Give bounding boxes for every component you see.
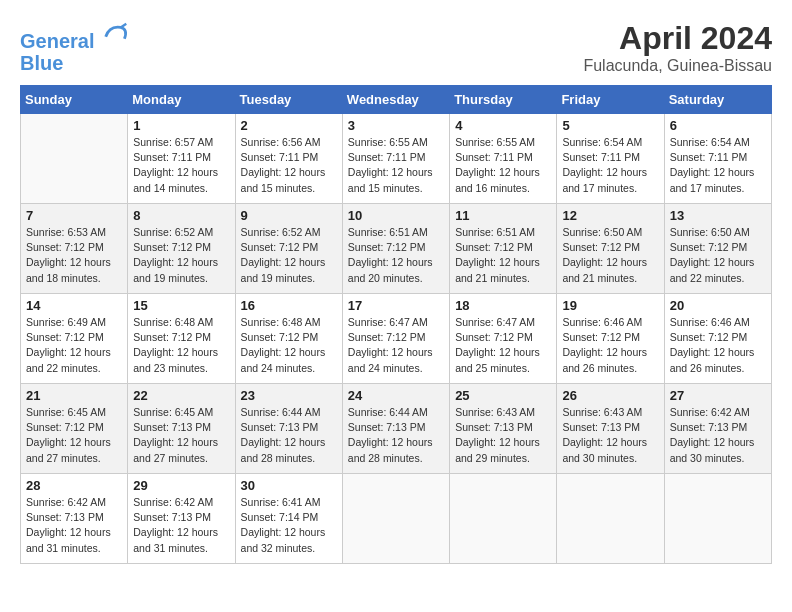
calendar-cell: 15Sunrise: 6:48 AMSunset: 7:12 PMDayligh…	[128, 294, 235, 384]
day-number: 23	[241, 388, 337, 403]
day-info: Sunrise: 6:55 AMSunset: 7:11 PMDaylight:…	[348, 135, 444, 196]
calendar-cell: 3Sunrise: 6:55 AMSunset: 7:11 PMDaylight…	[342, 114, 449, 204]
col-header-sunday: Sunday	[21, 86, 128, 114]
day-number: 3	[348, 118, 444, 133]
day-number: 2	[241, 118, 337, 133]
day-number: 8	[133, 208, 229, 223]
month-title: April 2024	[583, 20, 772, 57]
calendar-cell: 22Sunrise: 6:45 AMSunset: 7:13 PMDayligh…	[128, 384, 235, 474]
day-number: 20	[670, 298, 766, 313]
calendar-cell: 25Sunrise: 6:43 AMSunset: 7:13 PMDayligh…	[450, 384, 557, 474]
logo: General Blue	[20, 20, 130, 74]
day-info: Sunrise: 6:45 AMSunset: 7:12 PMDaylight:…	[26, 405, 122, 466]
day-number: 12	[562, 208, 658, 223]
day-number: 24	[348, 388, 444, 403]
day-info: Sunrise: 6:49 AMSunset: 7:12 PMDaylight:…	[26, 315, 122, 376]
day-number: 9	[241, 208, 337, 223]
calendar-cell: 26Sunrise: 6:43 AMSunset: 7:13 PMDayligh…	[557, 384, 664, 474]
day-info: Sunrise: 6:46 AMSunset: 7:12 PMDaylight:…	[670, 315, 766, 376]
day-number: 6	[670, 118, 766, 133]
day-info: Sunrise: 6:52 AMSunset: 7:12 PMDaylight:…	[241, 225, 337, 286]
day-info: Sunrise: 6:42 AMSunset: 7:13 PMDaylight:…	[26, 495, 122, 556]
calendar-cell: 19Sunrise: 6:46 AMSunset: 7:12 PMDayligh…	[557, 294, 664, 384]
day-number: 17	[348, 298, 444, 313]
page-header: General Blue April 2024 Fulacunda, Guine…	[20, 20, 772, 75]
calendar-cell: 30Sunrise: 6:41 AMSunset: 7:14 PMDayligh…	[235, 474, 342, 564]
calendar-header-row: SundayMondayTuesdayWednesdayThursdayFrid…	[21, 86, 772, 114]
day-number: 10	[348, 208, 444, 223]
day-info: Sunrise: 6:42 AMSunset: 7:13 PMDaylight:…	[670, 405, 766, 466]
calendar-cell: 4Sunrise: 6:55 AMSunset: 7:11 PMDaylight…	[450, 114, 557, 204]
col-header-wednesday: Wednesday	[342, 86, 449, 114]
day-number: 4	[455, 118, 551, 133]
calendar-week-row: 7Sunrise: 6:53 AMSunset: 7:12 PMDaylight…	[21, 204, 772, 294]
day-number: 26	[562, 388, 658, 403]
day-info: Sunrise: 6:50 AMSunset: 7:12 PMDaylight:…	[670, 225, 766, 286]
calendar-table: SundayMondayTuesdayWednesdayThursdayFrid…	[20, 85, 772, 564]
day-number: 1	[133, 118, 229, 133]
calendar-week-row: 28Sunrise: 6:42 AMSunset: 7:13 PMDayligh…	[21, 474, 772, 564]
calendar-cell	[557, 474, 664, 564]
location-title: Fulacunda, Guinea-Bissau	[583, 57, 772, 75]
calendar-cell: 27Sunrise: 6:42 AMSunset: 7:13 PMDayligh…	[664, 384, 771, 474]
day-number: 22	[133, 388, 229, 403]
day-info: Sunrise: 6:55 AMSunset: 7:11 PMDaylight:…	[455, 135, 551, 196]
day-number: 28	[26, 478, 122, 493]
calendar-cell	[664, 474, 771, 564]
col-header-tuesday: Tuesday	[235, 86, 342, 114]
calendar-cell: 5Sunrise: 6:54 AMSunset: 7:11 PMDaylight…	[557, 114, 664, 204]
day-number: 21	[26, 388, 122, 403]
day-number: 16	[241, 298, 337, 313]
calendar-cell	[342, 474, 449, 564]
calendar-cell	[21, 114, 128, 204]
day-number: 29	[133, 478, 229, 493]
calendar-cell: 18Sunrise: 6:47 AMSunset: 7:12 PMDayligh…	[450, 294, 557, 384]
calendar-cell: 9Sunrise: 6:52 AMSunset: 7:12 PMDaylight…	[235, 204, 342, 294]
calendar-cell: 12Sunrise: 6:50 AMSunset: 7:12 PMDayligh…	[557, 204, 664, 294]
col-header-monday: Monday	[128, 86, 235, 114]
day-info: Sunrise: 6:52 AMSunset: 7:12 PMDaylight:…	[133, 225, 229, 286]
calendar-cell: 28Sunrise: 6:42 AMSunset: 7:13 PMDayligh…	[21, 474, 128, 564]
calendar-cell: 11Sunrise: 6:51 AMSunset: 7:12 PMDayligh…	[450, 204, 557, 294]
calendar-cell: 23Sunrise: 6:44 AMSunset: 7:13 PMDayligh…	[235, 384, 342, 474]
day-number: 15	[133, 298, 229, 313]
logo-icon	[102, 20, 130, 48]
calendar-cell: 24Sunrise: 6:44 AMSunset: 7:13 PMDayligh…	[342, 384, 449, 474]
calendar-cell: 17Sunrise: 6:47 AMSunset: 7:12 PMDayligh…	[342, 294, 449, 384]
col-header-thursday: Thursday	[450, 86, 557, 114]
day-info: Sunrise: 6:54 AMSunset: 7:11 PMDaylight:…	[562, 135, 658, 196]
day-number: 18	[455, 298, 551, 313]
calendar-cell: 13Sunrise: 6:50 AMSunset: 7:12 PMDayligh…	[664, 204, 771, 294]
day-info: Sunrise: 6:41 AMSunset: 7:14 PMDaylight:…	[241, 495, 337, 556]
day-info: Sunrise: 6:44 AMSunset: 7:13 PMDaylight:…	[241, 405, 337, 466]
day-info: Sunrise: 6:51 AMSunset: 7:12 PMDaylight:…	[455, 225, 551, 286]
logo-general: General	[20, 30, 94, 52]
day-number: 25	[455, 388, 551, 403]
day-info: Sunrise: 6:43 AMSunset: 7:13 PMDaylight:…	[562, 405, 658, 466]
day-info: Sunrise: 6:48 AMSunset: 7:12 PMDaylight:…	[241, 315, 337, 376]
day-number: 14	[26, 298, 122, 313]
calendar-cell: 14Sunrise: 6:49 AMSunset: 7:12 PMDayligh…	[21, 294, 128, 384]
col-header-saturday: Saturday	[664, 86, 771, 114]
col-header-friday: Friday	[557, 86, 664, 114]
calendar-week-row: 21Sunrise: 6:45 AMSunset: 7:12 PMDayligh…	[21, 384, 772, 474]
calendar-week-row: 14Sunrise: 6:49 AMSunset: 7:12 PMDayligh…	[21, 294, 772, 384]
day-number: 5	[562, 118, 658, 133]
calendar-cell: 7Sunrise: 6:53 AMSunset: 7:12 PMDaylight…	[21, 204, 128, 294]
day-info: Sunrise: 6:44 AMSunset: 7:13 PMDaylight:…	[348, 405, 444, 466]
calendar-cell	[450, 474, 557, 564]
title-block: April 2024 Fulacunda, Guinea-Bissau	[583, 20, 772, 75]
day-number: 30	[241, 478, 337, 493]
day-info: Sunrise: 6:50 AMSunset: 7:12 PMDaylight:…	[562, 225, 658, 286]
calendar-cell: 16Sunrise: 6:48 AMSunset: 7:12 PMDayligh…	[235, 294, 342, 384]
day-info: Sunrise: 6:47 AMSunset: 7:12 PMDaylight:…	[455, 315, 551, 376]
day-number: 7	[26, 208, 122, 223]
day-info: Sunrise: 6:46 AMSunset: 7:12 PMDaylight:…	[562, 315, 658, 376]
day-info: Sunrise: 6:43 AMSunset: 7:13 PMDaylight:…	[455, 405, 551, 466]
calendar-cell: 6Sunrise: 6:54 AMSunset: 7:11 PMDaylight…	[664, 114, 771, 204]
day-info: Sunrise: 6:53 AMSunset: 7:12 PMDaylight:…	[26, 225, 122, 286]
calendar-cell: 2Sunrise: 6:56 AMSunset: 7:11 PMDaylight…	[235, 114, 342, 204]
day-number: 27	[670, 388, 766, 403]
calendar-cell: 29Sunrise: 6:42 AMSunset: 7:13 PMDayligh…	[128, 474, 235, 564]
calendar-cell: 1Sunrise: 6:57 AMSunset: 7:11 PMDaylight…	[128, 114, 235, 204]
